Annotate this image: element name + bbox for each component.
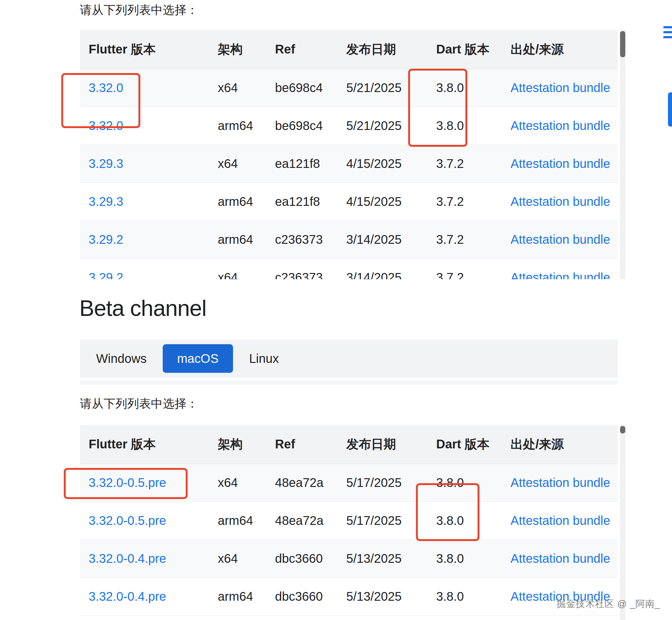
table-header-row: Flutter 版本 架构 Ref 发布日期 Dart 版本 出处/来源: [80, 30, 618, 69]
stable-releases-table: Flutter 版本 架构 Ref 发布日期 Dart 版本 出处/来源 3.3…: [80, 30, 618, 279]
ref-cell: dbc3660: [266, 539, 338, 577]
date-cell: 4/15/2025: [338, 145, 427, 183]
ref-cell: 48ea72a: [266, 464, 338, 502]
table-row: 3.32.0 arm64 be698c4 5/21/2025 3.8.0 Att…: [80, 107, 618, 145]
flutter-version-link[interactable]: 3.32.0-0.5.pre: [89, 514, 166, 527]
header-ref: Ref: [266, 425, 338, 464]
toc-icon-bar: [663, 26, 672, 28]
ref-cell: c236373: [266, 258, 338, 279]
table-row: 3.32.0-0.4.pre arm64 dbc3660 5/13/2025 3…: [80, 577, 618, 615]
ref-cell: c236373: [266, 220, 338, 258]
table-row: 3.32.0-0.4.pre x64 dbc3660 5/13/2025 3.8…: [80, 539, 618, 577]
arch-cell: x64: [209, 145, 266, 183]
ref-cell: 48ea72a: [266, 502, 338, 539]
attestation-bundle-link[interactable]: Attestation bundle: [511, 119, 610, 133]
tabbar-underline: [80, 380, 618, 384]
beta-channel-heading: Beta channel: [79, 295, 206, 321]
tab-linux[interactable]: Linux: [235, 344, 293, 373]
dart-version-cell: 3.8.0: [427, 502, 502, 539]
beta-table-scrollbar[interactable]: [620, 425, 625, 620]
flutter-version-link[interactable]: 3.32.0: [89, 119, 123, 133]
attestation-bundle-link[interactable]: Attestation bundle: [511, 157, 610, 170]
dart-version-cell: 3.7.2: [427, 145, 502, 183]
stable-table-scrollbar[interactable]: [620, 30, 625, 279]
header-flutter-version: Flutter 版本: [80, 30, 209, 69]
flutter-version-link[interactable]: 3.29.2: [89, 232, 123, 246]
table-row: 3.29.2 arm64 c236373 3/14/2025 3.7.2 Att…: [80, 220, 618, 258]
header-arch: 架构: [209, 425, 266, 464]
scrollbar-thumb[interactable]: [620, 31, 625, 57]
attestation-bundle-link[interactable]: Attestation bundle: [511, 81, 610, 95]
arch-cell: x64: [209, 539, 266, 577]
dart-version-cell: 3.8.0: [427, 577, 502, 615]
date-cell: 5/17/2025: [338, 464, 427, 502]
dart-version-cell: 3.8.0: [427, 539, 502, 577]
header-arch: 架构: [209, 30, 266, 69]
flutter-version-link[interactable]: 3.32.0-0.5.pre: [89, 476, 166, 489]
attestation-bundle-link[interactable]: Attestation bundle: [511, 232, 610, 246]
table-row: 3.29.3 arm64 ea121f8 4/15/2025 3.7.2 Att…: [80, 183, 618, 220]
dart-version-cell: 3.7.2: [427, 220, 502, 258]
attestation-bundle-link[interactable]: Attestation bundle: [511, 514, 610, 527]
date-cell: 3/14/2025: [338, 258, 427, 279]
beta-intro-text: 请从下列列表中选择：: [80, 396, 198, 412]
table-row: 3.29.3 x64 ea121f8 4/15/2025 3.7.2 Attes…: [80, 145, 618, 183]
flutter-version-link[interactable]: 3.32.0-0.4.pre: [89, 552, 166, 565]
arch-cell: arm64: [209, 220, 266, 258]
table-row: 3.32.0 x64 be698c4 5/21/2025 3.8.0 Attes…: [80, 69, 618, 107]
table-row: 3.32.0-0.5.pre x64 48ea72a 5/17/2025 3.8…: [80, 464, 618, 502]
date-cell: 5/13/2025: [338, 577, 427, 615]
tab-macos[interactable]: macOS: [163, 344, 233, 373]
header-date: 发布日期: [338, 30, 427, 69]
arch-cell: arm64: [209, 107, 266, 145]
arch-cell: arm64: [209, 502, 266, 539]
header-ref: Ref: [266, 30, 338, 69]
flutter-version-link[interactable]: 3.29.3: [89, 157, 123, 170]
table-header-row: Flutter 版本 架构 Ref 发布日期 Dart 版本 出处/来源: [80, 425, 618, 464]
flutter-version-link[interactable]: 3.32.0: [89, 81, 123, 95]
tab-windows[interactable]: Windows: [82, 344, 161, 373]
attestation-bundle-link[interactable]: Attestation bundle: [511, 552, 610, 565]
toc-icon-bar: [663, 36, 672, 38]
dart-version-cell: 3.8.0: [427, 464, 502, 502]
header-flutter-version: Flutter 版本: [80, 425, 209, 464]
arch-cell: arm64: [209, 577, 266, 615]
arch-cell: x64: [209, 464, 266, 502]
ref-cell: dbc3660: [266, 577, 338, 615]
beta-releases-table: Flutter 版本 架构 Ref 发布日期 Dart 版本 出处/来源 3.3…: [80, 425, 618, 616]
header-dart-version: Dart 版本: [427, 425, 502, 464]
header-date: 发布日期: [338, 425, 427, 464]
arch-cell: x64: [209, 69, 266, 107]
attestation-bundle-link[interactable]: Attestation bundle: [511, 270, 610, 279]
ref-cell: be698c4: [266, 69, 338, 107]
dart-version-cell: 3.7.2: [427, 183, 502, 220]
header-provenance: 出处/来源: [502, 425, 618, 464]
date-cell: 5/21/2025: [338, 69, 427, 107]
ref-cell: ea121f8: [266, 145, 338, 183]
toc-icon-bar: [663, 31, 672, 33]
date-cell: 5/17/2025: [338, 502, 427, 539]
attestation-bundle-link[interactable]: Attestation bundle: [511, 195, 610, 208]
platform-tabbar: Windows macOS Linux: [80, 339, 618, 378]
scrollbar-thumb[interactable]: [620, 426, 625, 433]
date-cell: 4/15/2025: [338, 183, 427, 220]
stable-table-container[interactable]: Flutter 版本 架构 Ref 发布日期 Dart 版本 出处/来源 3.3…: [80, 30, 618, 279]
flutter-version-link[interactable]: 3.32.0-0.4.pre: [89, 589, 166, 603]
stable-intro-text: 请从下列列表中选择：: [80, 2, 198, 18]
flutter-version-link[interactable]: 3.29.3: [89, 195, 123, 208]
arch-cell: arm64: [209, 183, 266, 220]
table-row: 3.32.0-0.5.pre arm64 48ea72a 5/17/2025 3…: [80, 502, 618, 539]
dart-version-cell: 3.8.0: [427, 107, 502, 145]
header-provenance: 出处/来源: [502, 30, 618, 69]
page-scrollbar-thumb[interactable]: [668, 92, 672, 126]
date-cell: 5/21/2025: [338, 107, 427, 145]
date-cell: 5/13/2025: [338, 539, 427, 577]
page: 请从下列列表中选择： Flutter 版本 架构 Ref 发布日期 Dart 版…: [0, 0, 672, 620]
flutter-version-link[interactable]: 3.29.2: [89, 270, 123, 279]
toc-icon[interactable]: [663, 25, 672, 40]
ref-cell: ea121f8: [266, 183, 338, 220]
table-row: 3.29.2 x64 c236373 3/14/2025 3.7.2 Attes…: [80, 258, 618, 279]
header-dart-version: Dart 版本: [427, 30, 502, 69]
attestation-bundle-link[interactable]: Attestation bundle: [511, 476, 610, 489]
beta-table-container[interactable]: Flutter 版本 架构 Ref 发布日期 Dart 版本 出处/来源 3.3…: [80, 425, 618, 620]
